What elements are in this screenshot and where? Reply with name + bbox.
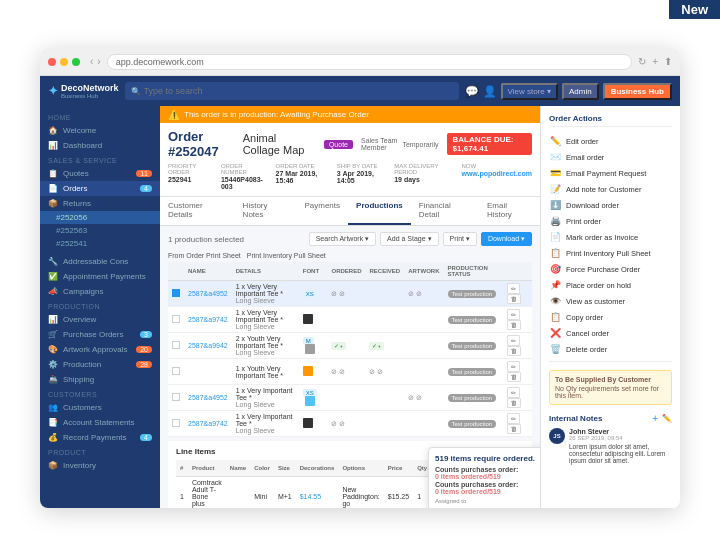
meta-order-num: Order number 15446P4083-003 — [221, 163, 266, 190]
row-artwork — [404, 359, 443, 385]
tab-productions[interactable]: Productions — [348, 197, 411, 225]
header-actions: 💬 👤 View store ▾ Admin Business Hub — [465, 83, 672, 100]
delete-row-btn[interactable]: 🗑 — [507, 424, 521, 434]
sidebar-item-shipping[interactable]: 🚢 Shipping — [40, 372, 160, 387]
edit-row-btn[interactable]: ✏ — [507, 335, 520, 346]
delete-row-btn[interactable]: 🗑 — [507, 346, 521, 356]
tab-financial-detail[interactable]: Financial Detail — [411, 197, 479, 225]
print-button[interactable]: Print ▾ — [443, 232, 477, 246]
action-edit-order[interactable]: ✏️ Edit order — [549, 133, 672, 149]
tab-email-history[interactable]: Email History — [479, 197, 540, 225]
action-copy[interactable]: 📋 Copy order — [549, 309, 672, 325]
row-check[interactable] — [168, 411, 184, 437]
action-email-order[interactable]: ✉️ Email order — [549, 149, 672, 165]
action-mark-invoice[interactable]: 📄 Mark order as Invoice — [549, 229, 672, 245]
admin-button[interactable]: Admin — [562, 83, 599, 100]
sidebar-sub-252056[interactable]: #252056 — [40, 211, 160, 224]
forward-button[interactable]: › — [97, 56, 100, 67]
sidebar-item-production[interactable]: ⚙️ Production 28 — [40, 357, 160, 372]
sidebar-item-approval[interactable]: ✅ Appointment Payments — [40, 269, 160, 284]
action-inventory-pull[interactable]: 📋 Print Inventory Pull Sheet — [549, 245, 672, 261]
add-stage-button[interactable]: Add a Stage ▾ — [380, 232, 438, 246]
sidebar-item-overview[interactable]: 📊 Overview — [40, 312, 160, 327]
delete-row-btn[interactable]: 🗑 — [507, 320, 521, 330]
sidebar-item-payments[interactable]: 💰 Record Payments 4 — [40, 430, 160, 445]
action-hold[interactable]: 📌 Place order on hold — [549, 277, 672, 293]
row-check[interactable] — [168, 307, 184, 333]
sidebar-item-campaigns[interactable]: 📣 Campaigns — [40, 284, 160, 299]
back-button[interactable]: ‹ — [90, 56, 93, 67]
sidebar-item-artwork[interactable]: 🎨 Artwork Approvals 20 — [40, 342, 160, 357]
sidebar-item-orders[interactable]: 📄 Orders 4 — [40, 181, 160, 196]
sidebar-item-returns[interactable]: 📦 Returns — [40, 196, 160, 211]
sidebar-item-addon[interactable]: 🔧 Addressable Cons — [40, 254, 160, 269]
notes-edit-icon[interactable]: ✏️ — [662, 414, 672, 423]
share-icon[interactable]: ⬆ — [664, 56, 672, 67]
sidebar-item-welcome[interactable]: 🏠 Welcome — [40, 123, 160, 138]
table-row: 2587&a4952 1 x Very Very Important Tee *… — [168, 281, 532, 307]
quotes-badge: 11 — [136, 170, 152, 177]
delete-row-btn[interactable]: 🗑 — [507, 398, 521, 408]
action-delete[interactable]: 🗑️ Delete order — [549, 341, 672, 357]
print-sheet-label[interactable]: From Order Print Sheet — [168, 252, 241, 259]
tab-payments[interactable]: Payments — [296, 197, 348, 225]
maximize-dot[interactable] — [72, 58, 80, 66]
action-email-payment[interactable]: 💳 Email Payment Request — [549, 165, 672, 181]
search-input[interactable] — [144, 86, 453, 96]
sidebar-item-quotes[interactable]: 📋 Quotes 11 — [40, 166, 160, 181]
warning-icon: ⚠️ — [168, 109, 180, 120]
edit-row-btn[interactable]: ✏ — [507, 413, 520, 424]
sidebar-item-statements[interactable]: 📑 Account Statements — [40, 415, 160, 430]
checkbox[interactable] — [172, 341, 180, 349]
action-download-label: Download order — [566, 201, 619, 210]
chat-icon[interactable]: 💬 — [465, 85, 479, 98]
sidebar-sub-252563[interactable]: #252563 — [40, 224, 160, 237]
sidebar-label-welcome: Welcome — [63, 126, 96, 135]
minimize-dot[interactable] — [60, 58, 68, 66]
sidebar-item-customers[interactable]: 👥 Customers — [40, 400, 160, 415]
checkbox[interactable] — [172, 289, 180, 297]
edit-row-btn[interactable]: ✏ — [507, 283, 520, 294]
close-dot[interactable] — [48, 58, 56, 66]
row-check[interactable] — [168, 385, 184, 411]
sidebar-sub-252541[interactable]: #252541 — [40, 237, 160, 250]
sidebar-label-statements: Account Statements — [63, 418, 135, 427]
notes-add-button[interactable]: + — [652, 413, 658, 424]
business-hub-button[interactable]: Business Hub — [603, 83, 672, 100]
edit-row-btn[interactable]: ✏ — [507, 361, 520, 372]
add-tab-icon[interactable]: + — [652, 56, 658, 67]
row-received — [365, 385, 404, 411]
search-artwork-button[interactable]: Search Artwork ▾ — [309, 232, 376, 246]
action-view-customer[interactable]: 👁️ View as customer — [549, 293, 672, 309]
action-add-note[interactable]: 📝 Add note for Customer — [549, 181, 672, 197]
row-check[interactable] — [168, 281, 184, 307]
view-store-button[interactable]: View store ▾ — [501, 83, 558, 100]
download-button[interactable]: Download ▾ — [481, 232, 532, 246]
search-bar[interactable]: 🔍 — [125, 82, 459, 100]
sidebar-item-inventory[interactable]: 📦 Inventory — [40, 458, 160, 473]
delete-row-btn[interactable]: 🗑 — [507, 372, 521, 382]
edit-row-btn[interactable]: ✏ — [507, 387, 520, 398]
checkbox[interactable] — [172, 419, 180, 427]
row-check[interactable] — [168, 359, 184, 385]
user-icon[interactable]: 👤 — [483, 85, 497, 98]
checkbox[interactable] — [172, 393, 180, 401]
checkbox[interactable] — [172, 367, 180, 375]
inventory-sheet-label[interactable]: Print Inventory Pull Sheet — [247, 252, 326, 259]
sales-team-value: Temporarily — [402, 141, 438, 148]
row-check[interactable] — [168, 333, 184, 359]
tab-customer-details[interactable]: Customer Details — [160, 197, 235, 225]
address-bar[interactable]: app.decomework.com — [107, 54, 632, 70]
sidebar-item-dashboard[interactable]: 📊 Dashboard — [40, 138, 160, 153]
delete-row-btn[interactable]: 🗑 — [507, 294, 521, 304]
action-cancel[interactable]: ❌ Cancel order — [549, 325, 672, 341]
refresh-icon[interactable]: ↻ — [638, 56, 646, 67]
action-download[interactable]: ⬇️ Download order — [549, 197, 672, 213]
action-force-po[interactable]: 🎯 Force Purchase Order — [549, 261, 672, 277]
tab-history-notes[interactable]: History Notes — [235, 197, 297, 225]
checkbox[interactable] — [172, 315, 180, 323]
browser-nav: ‹ › — [90, 56, 101, 67]
action-print[interactable]: 🖨️ Print order — [549, 213, 672, 229]
sidebar-item-purchase-orders[interactable]: 🛒 Purchase Orders 3 — [40, 327, 160, 342]
edit-row-btn[interactable]: ✏ — [507, 309, 520, 320]
